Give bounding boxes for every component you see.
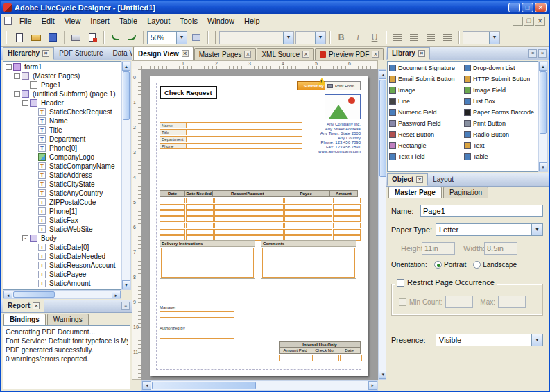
tree-item[interactable]: -form1 [3,62,121,71]
form-table-cell[interactable] [214,223,284,228]
form-table-cell[interactable] [284,198,332,203]
design-canvas[interactable]: Check Request Submit by Email Print Form… [141,69,378,380]
tree-item[interactable]: Title [3,126,121,135]
mdi-close-icon[interactable]: ✕ [535,17,545,26]
library-item[interactable]: Text [463,140,538,151]
tree-item[interactable]: StaticFax [3,216,121,225]
redo-button[interactable] [124,30,139,45]
menu-window[interactable]: Window [203,15,239,27]
tab-xml-source[interactable]: XML Source× [257,48,314,60]
max-input[interactable] [498,296,526,308]
tree-expander-icon[interactable]: - [14,73,20,79]
tree-item[interactable]: CompanyLogo [3,153,121,162]
zoom-select[interactable]: 50% ▼ [147,31,187,44]
authorized-by-field[interactable] [160,332,234,339]
form-table-cell[interactable] [186,198,214,203]
tree-item[interactable]: -Body [3,234,121,243]
chevron-down-icon[interactable]: ▼ [489,32,499,44]
library-item[interactable]: Reset Button [388,129,463,140]
tab-data-view[interactable]: Data View [108,47,132,60]
toolbar-grip[interactable] [6,31,8,44]
print-button[interactable] [68,30,83,45]
form-title[interactable]: Check Request [160,86,217,99]
library-item[interactable]: Text Field [388,151,463,162]
scroll-up-icon[interactable]: ▲ [539,62,547,71]
form-table-cell[interactable] [333,216,361,222]
tab-library[interactable]: Library × [387,47,430,60]
form-table-cell[interactable] [186,210,214,216]
close-icon[interactable]: × [416,176,423,183]
chevron-down-icon[interactable]: ▼ [176,32,187,44]
form-table-cell[interactable] [214,204,284,210]
align-justify-button[interactable] [440,30,455,45]
form-table-cell[interactable] [186,229,214,235]
bold-button[interactable]: B [334,30,349,45]
library-item[interactable]: Table [463,151,538,162]
tree-item[interactable]: StaticCityState [3,180,121,189]
close-icon[interactable]: ✕ [535,3,547,12]
tab-object[interactable]: Object × [387,173,428,186]
form-table-cell[interactable] [333,229,361,235]
scroll-down-icon[interactable]: ▼ [122,280,130,289]
menu-view[interactable]: View [60,15,86,27]
tab-master-pages[interactable]: Master Pages× [194,48,257,60]
form-table-cell[interactable] [284,223,332,228]
minimize-icon[interactable]: _ [508,3,520,12]
internal-cell[interactable] [312,355,339,361]
close-icon[interactable]: × [538,49,547,58]
tab-design-view[interactable]: Design View× [133,47,194,60]
form-table-cell[interactable] [214,198,284,203]
tree-item[interactable]: StaticAddress [3,171,121,180]
tree-item[interactable]: StaticDateNeeded [3,252,121,261]
tab-warnings[interactable]: Warnings [47,314,89,325]
form-table-cell[interactable] [333,223,361,228]
scroll-down-icon[interactable]: ▼ [539,162,547,171]
tree-item[interactable]: Name [3,117,121,126]
tab-close-icon[interactable]: × [372,51,379,58]
print-form-button[interactable]: Print Form [325,81,361,90]
form-table-cell[interactable] [284,216,332,222]
maximize-icon[interactable]: □ [522,3,533,12]
form-table-cell[interactable] [214,216,284,222]
library-item[interactable]: Radio Button [463,129,538,140]
library-item[interactable]: Line [388,96,463,107]
min-count-input[interactable] [445,296,473,308]
scroll-thumb[interactable] [123,71,130,120]
font-family-select[interactable]: ▼ [219,31,294,44]
tab-bindings[interactable]: Bindings [3,314,46,325]
tab-order-button[interactable] [189,30,204,45]
form-field-input[interactable] [187,130,302,135]
scroll-left-icon[interactable]: ◄ [142,381,151,390]
tree-item[interactable]: ZIPPostalCode [3,198,121,207]
chevron-down-icon[interactable]: ▼ [283,32,293,44]
align-right-button[interactable] [423,30,438,45]
tab-master-page[interactable]: Master Page [388,187,442,198]
menu-file[interactable]: File [15,15,37,27]
form-field-input[interactable] [187,123,302,128]
scroll-thumb[interactable] [152,382,256,389]
underline-button[interactable]: U [367,30,382,45]
new-form-button[interactable] [12,30,27,45]
tree-item[interactable]: -(Master Pages) [3,71,121,80]
tab-report[interactable]: Report × [3,300,44,312]
tab-pagination[interactable]: Pagination [443,187,488,198]
library-item[interactable]: Image Field [463,85,538,96]
tree-item[interactable]: StaticCheckRequest [3,108,121,117]
tab-pdf-structure[interactable]: PDF Structure [54,47,108,60]
height-input[interactable] [422,242,455,255]
align-left-button[interactable] [390,30,405,45]
landscape-radio[interactable] [473,261,481,269]
delivery-instructions-field[interactable] [161,248,254,278]
library-item[interactable]: Numeric Field [388,107,463,118]
library-item[interactable]: Print Button [463,118,538,129]
preview-pdf-button[interactable] [85,30,100,45]
chevron-down-icon[interactable]: ▼ [531,334,542,346]
portrait-radio[interactable] [434,261,442,269]
tree-item[interactable]: StaticReasonAccount [3,261,121,270]
close-icon[interactable]: × [33,302,40,309]
company-logo-image[interactable] [325,94,361,119]
mdi-minimize-icon[interactable]: _ [513,17,523,26]
tree-item[interactable]: Phone[0] [3,144,121,153]
form-table-cell[interactable] [333,198,361,203]
min-count-checkbox[interactable] [399,298,406,306]
